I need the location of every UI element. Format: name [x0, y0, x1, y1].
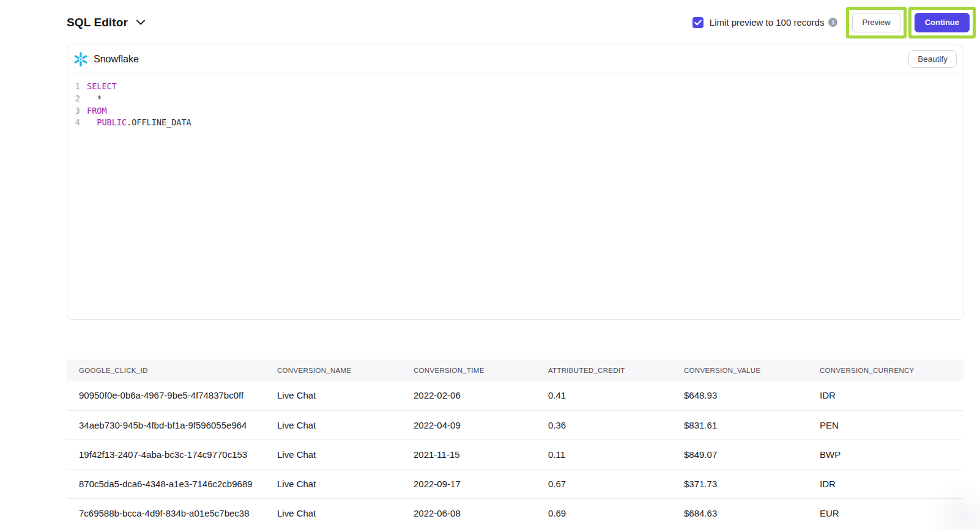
- sql-editor-panel: Snowflake Beautify 1 SELECT 2 * 3 FROM 4…: [67, 45, 963, 320]
- table-header-row: GOOGLE_CLICK_ID CONVERSION_NAME CONVERSI…: [67, 359, 963, 381]
- table-row: 870c5da5-dca6-4348-a1e3-7146c2cb9689 Liv…: [67, 469, 963, 498]
- cell-conversion-time: 2022-04-09: [401, 410, 536, 440]
- line-number: 1: [67, 81, 87, 93]
- editor-panel-header: Snowflake Beautify: [67, 45, 963, 73]
- cell-attributed-credit: 0.11: [536, 440, 672, 469]
- cell-conversion-value: $849.07: [672, 440, 807, 469]
- cell-conversion-value: $831.61: [672, 410, 807, 440]
- code-text: FROM: [87, 105, 107, 117]
- code-line: 1 SELECT: [67, 81, 963, 93]
- preview-button[interactable]: Preview: [852, 13, 900, 32]
- cell-conversion-currency: IDR: [807, 469, 963, 498]
- limit-preview-checkbox[interactable]: [692, 17, 703, 28]
- table-row: 90950f0e-0b6a-4967-9be5-4f74837bc0ff Liv…: [67, 381, 963, 410]
- cell-conversion-name: Live Chat: [265, 381, 401, 410]
- code-text: PUBLIC.OFFLINE_DATA: [87, 117, 191, 129]
- limit-preview-checkbox-row[interactable]: Limit preview to 100 records: [692, 17, 825, 28]
- code-line: 2 *: [67, 93, 963, 105]
- cell-attributed-credit: 0.41: [536, 381, 672, 410]
- code-text: SELECT: [87, 81, 117, 93]
- cell-attributed-credit: 0.36: [536, 410, 672, 440]
- cell-conversion-name: Live Chat: [265, 440, 401, 469]
- chevron-down-icon: [136, 20, 145, 25]
- top-bar: SQL Editor Limit preview to 100 records …: [67, 0, 970, 45]
- sql-editor-title-dropdown[interactable]: SQL Editor: [67, 16, 145, 29]
- cell-conversion-value: $684.63: [672, 498, 807, 528]
- limit-preview-label: Limit preview to 100 records: [710, 17, 825, 28]
- cell-conversion-value: $371.73: [672, 469, 807, 498]
- annotation-box-continue: Continue: [908, 7, 976, 39]
- table-row: 19f42f13-2407-4aba-bc3c-174c9770c153 Liv…: [67, 440, 963, 469]
- cell-google-click-id: 19f42f13-2407-4aba-bc3c-174c9770c153: [67, 440, 265, 469]
- cell-conversion-time: 2021-11-15: [401, 440, 536, 469]
- cell-conversion-value: $648.93: [672, 381, 807, 410]
- line-number: 3: [67, 105, 87, 117]
- cell-google-click-id: 34aeb730-945b-4fbd-bf1a-9f596055e964: [67, 410, 265, 440]
- line-number: 2: [67, 93, 87, 105]
- cell-conversion-name: Live Chat: [265, 498, 401, 528]
- cell-conversion-time: 2022-02-06: [401, 381, 536, 410]
- cell-conversion-currency: IDR: [807, 381, 963, 410]
- cell-conversion-time: 2022-09-17: [401, 469, 536, 498]
- beautify-button[interactable]: Beautify: [908, 50, 957, 68]
- cell-attributed-credit: 0.67: [536, 469, 672, 498]
- cell-google-click-id: 7c69588b-bcca-4d9f-834b-a01e5c7bec38: [67, 498, 265, 528]
- table-row: 7c69588b-bcca-4d9f-834b-a01e5c7bec38 Liv…: [67, 498, 963, 528]
- annotation-box-preview: Preview: [846, 7, 906, 39]
- cell-attributed-credit: 0.69: [536, 498, 672, 528]
- code-line: 4 PUBLIC.OFFLINE_DATA: [67, 117, 963, 129]
- cell-google-click-id: 90950f0e-0b6a-4967-9be5-4f74837bc0ff: [67, 381, 265, 410]
- cell-conversion-time: 2022-06-08: [401, 498, 536, 528]
- page-title: SQL Editor: [67, 16, 128, 29]
- cell-conversion-name: Live Chat: [265, 410, 401, 440]
- source-name: Snowflake: [94, 54, 139, 65]
- column-header: CONVERSION_VALUE: [672, 359, 807, 381]
- code-line: 3 FROM: [67, 105, 963, 117]
- table-row: 34aeb730-945b-4fbd-bf1a-9f596055e964 Liv…: [67, 410, 963, 440]
- continue-button[interactable]: Continue: [915, 13, 970, 32]
- code-text: *: [87, 93, 102, 105]
- info-icon[interactable]: i: [828, 18, 837, 27]
- cell-google-click-id: 870c5da5-dca6-4348-a1e3-7146c2cb9689: [67, 469, 265, 498]
- cell-conversion-currency: EUR: [807, 498, 963, 528]
- results-table: GOOGLE_CLICK_ID CONVERSION_NAME CONVERSI…: [67, 359, 963, 528]
- column-header: CONVERSION_TIME: [401, 359, 536, 381]
- column-header: ATTRIBUTED_CREDIT: [536, 359, 672, 381]
- cell-conversion-name: Live Chat: [265, 469, 401, 498]
- snowflake-logo-icon: [73, 51, 89, 67]
- column-header: CONVERSION_CURRENCY: [807, 359, 963, 381]
- column-header: GOOGLE_CLICK_ID: [67, 359, 265, 381]
- cell-conversion-currency: PEN: [807, 410, 963, 440]
- sql-code-editor[interactable]: 1 SELECT 2 * 3 FROM 4 PUBLIC.OFFLINE_DAT…: [67, 73, 963, 319]
- column-header: CONVERSION_NAME: [265, 359, 401, 381]
- cell-conversion-currency: BWP: [807, 440, 963, 469]
- toolbar-controls: Limit preview to 100 records i Preview C…: [692, 7, 970, 39]
- line-number: 4: [67, 117, 87, 129]
